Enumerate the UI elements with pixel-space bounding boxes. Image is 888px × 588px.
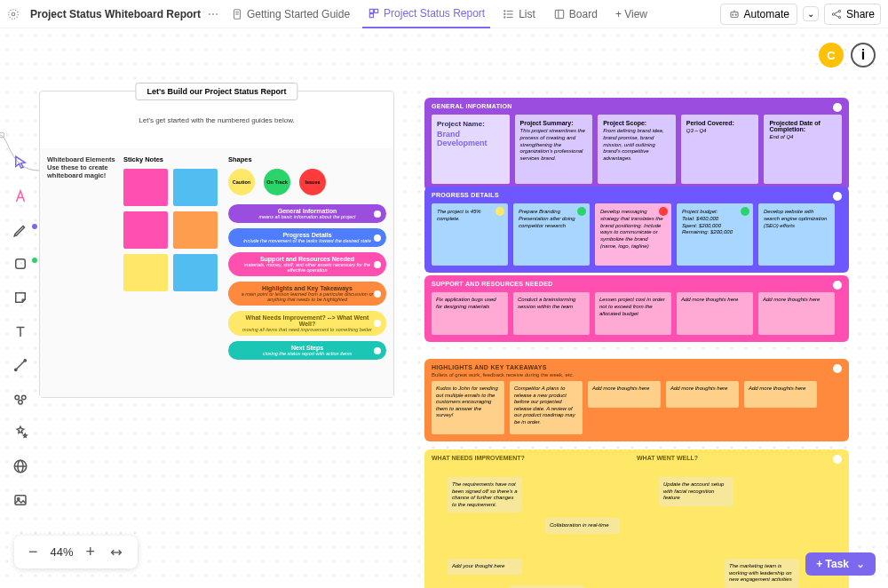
text-tool[interactable] bbox=[9, 320, 32, 343]
improvement-card[interactable]: The requirements have not been signed of… bbox=[448, 477, 522, 513]
section-status-dot bbox=[833, 364, 842, 373]
support-card[interactable]: Fix application bugs used for designing … bbox=[432, 292, 508, 335]
improvement-card[interactable]: Update the account setup with facial rec… bbox=[659, 477, 733, 506]
progress-card[interactable]: Develop website with search engine optim… bbox=[758, 203, 835, 266]
cursor-tool[interactable] bbox=[9, 151, 32, 174]
improvement-heading: WHAT NEEDS IMPROVEMENT? bbox=[432, 455, 637, 461]
tab-add-view[interactable]: + View bbox=[610, 1, 653, 28]
progress-card[interactable]: The project is 45% complete. bbox=[432, 203, 508, 266]
improvement-card[interactable]: The marketing team is working with leade… bbox=[725, 559, 799, 588]
support-card[interactable]: Lessen project cost in order not to exce… bbox=[595, 292, 671, 335]
zoom-out[interactable]: − bbox=[27, 543, 40, 561]
svg-point-17 bbox=[732, 14, 733, 15]
shapes-heading: Shapes bbox=[228, 155, 386, 163]
sticky-sample[interactable] bbox=[123, 211, 168, 249]
legend-pill[interactable]: Support and Resources Neededmaterials, m… bbox=[228, 252, 386, 276]
section-progress[interactable]: PROGRESS DETAILS The project is 45% comp… bbox=[424, 187, 849, 273]
legend-pill[interactable]: Next Stepsclosing the status report with… bbox=[228, 341, 386, 360]
card-projected-date[interactable]: Projected Date of Completion:End of Q4 bbox=[764, 115, 842, 184]
magic-tool[interactable] bbox=[9, 421, 32, 444]
progress-card[interactable]: Prepare Branding Presentation after doin… bbox=[513, 203, 590, 266]
status-circle[interactable]: Caution bbox=[228, 169, 255, 195]
support-card[interactable]: Add more thoughts here bbox=[758, 292, 835, 335]
pen-tool[interactable] bbox=[9, 219, 32, 242]
progress-card[interactable]: Develop messaging strategy that translat… bbox=[595, 203, 671, 266]
presence-group: C i bbox=[819, 43, 876, 68]
section-general-info[interactable]: GENERAL INFORMATION Project Name: Brand … bbox=[424, 98, 849, 191]
fit-screen[interactable] bbox=[107, 545, 125, 560]
legend-pill[interactable]: General Informationmeans all basic infor… bbox=[228, 204, 386, 223]
guide-banner: Let's Build our Project Status Report bbox=[135, 83, 297, 100]
whiteboard-toolbar bbox=[7, 151, 34, 512]
automate-chevron[interactable]: ⌄ bbox=[803, 6, 819, 21]
connector-tool[interactable] bbox=[9, 354, 32, 377]
tab-getting-started[interactable]: Getting Started Guide bbox=[226, 1, 355, 28]
title-more[interactable]: ⋯ bbox=[208, 8, 218, 20]
section-highlights[interactable]: HIGHLIGHTS AND KEY TAKEAWAYS Bullets of … bbox=[424, 359, 849, 441]
section-subtitle: Bullets of great work, feedback receive … bbox=[432, 372, 842, 377]
card-value: Brand Development bbox=[437, 130, 504, 147]
tab-project-status-report[interactable]: Project Status Report bbox=[362, 0, 490, 28]
card-project-scope[interactable]: Project Scope:From defining brand idea, … bbox=[598, 115, 676, 184]
guide-sub: Let's get started with the numbered guid… bbox=[40, 116, 393, 124]
highlight-card[interactable]: Add more thoughts here bbox=[744, 381, 817, 408]
task-chevron-icon: ⌄ bbox=[856, 558, 865, 570]
card-project-name[interactable]: Project Name: Brand Development bbox=[432, 115, 510, 184]
shape-tool[interactable] bbox=[9, 252, 32, 275]
info-button[interactable]: i bbox=[851, 43, 876, 68]
share-button[interactable]: Share bbox=[824, 4, 881, 25]
tab-label: List bbox=[519, 8, 535, 20]
web-tool[interactable] bbox=[9, 455, 32, 478]
legend-pill[interactable]: What Needs Improvement? --> What Went We… bbox=[228, 311, 386, 336]
highlight-card[interactable]: Kudos to John for sending out multiple e… bbox=[432, 381, 504, 434]
whiteboard-canvas[interactable]: Let's Build our Project Status Report Le… bbox=[0, 28, 888, 588]
ai-tool[interactable] bbox=[9, 185, 32, 208]
section-support[interactable]: SUPPORT AND RESOURCES NEEDED Fix applica… bbox=[424, 275, 849, 342]
tab-list[interactable]: List bbox=[497, 1, 541, 28]
svg-rect-25 bbox=[16, 259, 26, 269]
automate-button[interactable]: Automate bbox=[720, 4, 797, 25]
whiteboard-icon bbox=[7, 8, 20, 20]
topbar: Project Status Whiteboard Report ⋯ Getti… bbox=[0, 0, 888, 28]
section-heading: HIGHLIGHTS AND KEY TAKEAWAYS bbox=[432, 364, 842, 370]
sticky-sample[interactable] bbox=[123, 169, 168, 206]
svg-point-20 bbox=[832, 12, 834, 14]
tab-board[interactable]: Board bbox=[548, 1, 603, 28]
whiteboard-view-icon bbox=[368, 7, 380, 20]
support-card[interactable]: Add more thoughts here bbox=[677, 292, 753, 335]
improvement-card[interactable]: Add your thought here bbox=[448, 559, 522, 575]
svg-rect-14 bbox=[555, 10, 563, 18]
svg-point-0 bbox=[12, 12, 15, 16]
sticky-sample[interactable] bbox=[173, 169, 218, 206]
guide-frame[interactable]: Let's Build our Project Status Report Le… bbox=[39, 91, 394, 398]
card-project-summary[interactable]: Project Summary:This project streamlines… bbox=[515, 115, 593, 184]
support-card[interactable]: Conduct a brainstorming session within t… bbox=[513, 292, 590, 335]
zoom-in[interactable]: + bbox=[84, 543, 98, 561]
image-tool[interactable] bbox=[9, 489, 32, 512]
share-icon bbox=[830, 8, 843, 20]
card-period-covered[interactable]: Period Covered:Q3 – Q4 bbox=[681, 115, 759, 184]
highlight-card[interactable]: Competitor A plans to release a new prod… bbox=[510, 381, 583, 434]
board-icon bbox=[553, 8, 566, 20]
highlight-card[interactable]: Add more thoughts here bbox=[588, 381, 661, 408]
status-circle[interactable]: Issues bbox=[299, 169, 326, 195]
sticky-sample[interactable] bbox=[173, 254, 218, 291]
legend-pill[interactable]: Progress Detailsinclude the movement of … bbox=[228, 228, 386, 247]
status-circle[interactable]: On Track bbox=[264, 169, 290, 195]
svg-point-12 bbox=[504, 13, 505, 14]
avatar[interactable]: C bbox=[819, 43, 844, 68]
card-title: Project Name: bbox=[437, 120, 504, 128]
svg-point-22 bbox=[838, 16, 840, 18]
highlight-card[interactable]: Add more thoughts here bbox=[666, 381, 739, 408]
progress-card[interactable]: Project budget:Total: $400,000Spent: $20… bbox=[677, 203, 753, 266]
more-shapes-tool[interactable] bbox=[9, 387, 32, 410]
svg-rect-7 bbox=[369, 13, 373, 17]
sticky-notes-heading: Sticky Notes bbox=[123, 155, 221, 163]
sticky-tool[interactable] bbox=[9, 286, 32, 309]
section-improvement[interactable]: WHAT NEEDS IMPROVEMENT? WHAT WENT WELL? … bbox=[424, 449, 849, 588]
sticky-sample[interactable] bbox=[173, 211, 218, 249]
legend-pill[interactable]: Highlights and Key Takeawaysa main point… bbox=[228, 282, 386, 306]
improvement-card[interactable]: Collaboration in real-time bbox=[545, 518, 620, 534]
sticky-sample[interactable] bbox=[123, 254, 168, 291]
task-button[interactable]: + Task ⌄ bbox=[805, 552, 876, 576]
